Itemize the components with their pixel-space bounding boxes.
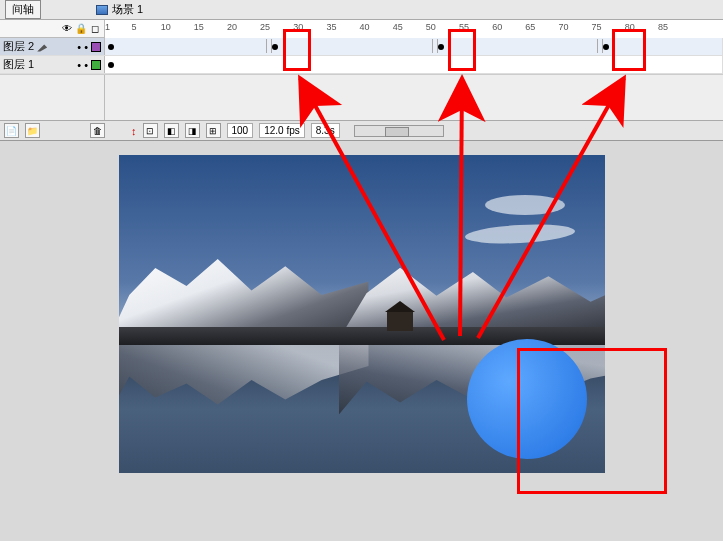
center-frame-button[interactable]: ⊡ [143,123,158,138]
timeline-empty-area [0,74,723,120]
timeline-panel: 👁 🔒 ◻ 1510152025303540455055606570758085… [0,20,723,141]
keyframe-dot[interactable] [108,62,114,68]
outline-icon[interactable]: ◻ [89,23,101,35]
ruler-tick: 85 [658,22,668,32]
ruler-tick: 35 [326,22,336,32]
scene-breadcrumb[interactable]: 场景 1 [96,2,143,17]
dot-icon: • [77,41,81,53]
new-folder-button[interactable]: 📁 [25,123,40,138]
layer-label-area[interactable]: 图层 1 • • [0,56,105,73]
stage-image [485,195,565,215]
ruler-tick: 1 [105,22,110,32]
layer-header-controls: 👁 🔒 ◻ [0,20,105,37]
ruler-tick: 15 [194,22,204,32]
ruler-tick: 80 [625,22,635,32]
playhead-icon[interactable]: ↕ [131,125,137,137]
timeline-tab[interactable]: 间轴 [5,0,41,19]
edit-multiple-button[interactable]: ⊞ [206,123,221,138]
current-frame-field[interactable]: 100 [227,123,254,138]
dot-icon: • [77,59,81,71]
lock-icon[interactable]: 🔒 [75,23,87,35]
layer-color-swatch[interactable] [91,42,101,52]
onion-outline-button[interactable]: ◨ [185,123,200,138]
ruler-tick: 30 [293,22,303,32]
ruler-tick: 45 [393,22,403,32]
stage-image [387,311,413,331]
onion-skin-button[interactable]: ◧ [164,123,179,138]
top-bar: 间轴 场景 1 [0,0,723,20]
scene-icon [96,5,108,15]
timeline-scrollbar[interactable] [354,125,444,137]
keyframe-dot[interactable] [603,44,609,50]
layer-row-1[interactable]: 图层 1 • • [0,56,723,74]
ruler-tick: 5 [132,22,137,32]
scene-label: 场景 1 [112,2,143,17]
layer-color-swatch[interactable] [91,60,101,70]
fps-field[interactable]: 12.0 fps [259,123,305,138]
canvas[interactable] [119,155,605,473]
spotlight-circle[interactable] [467,339,587,459]
ruler-tick: 25 [260,22,270,32]
timeline-toolbar: 📄 📁 🗑 ↕ ⊡ ◧ ◨ ⊞ 100 12.0 fps 8.3s [0,120,723,140]
dot-icon: • [84,59,88,71]
frame-ruler[interactable]: 1510152025303540455055606570758085 [105,20,723,38]
timeline-header: 👁 🔒 ◻ 1510152025303540455055606570758085 [0,20,723,38]
ruler-tick: 65 [525,22,535,32]
ruler-tick: 50 [426,22,436,32]
keyframe-dot[interactable] [438,44,444,50]
ruler-tick: 70 [558,22,568,32]
layer-frames-2[interactable] [105,38,723,55]
new-layer-button[interactable]: 📄 [4,123,19,138]
pencil-icon [37,42,47,52]
eye-icon[interactable]: 👁 [61,23,73,35]
layer-frames-1[interactable] [105,56,723,73]
ruler-tick: 55 [459,22,469,32]
delete-layer-button[interactable]: 🗑 [90,123,105,138]
keyframe-dot[interactable] [108,44,114,50]
layer-name: 图层 1 [3,57,34,72]
ruler-tick: 40 [360,22,370,32]
ruler-tick: 10 [161,22,171,32]
dot-icon: • [84,41,88,53]
elapsed-time-field: 8.3s [311,123,340,138]
layer-row-2[interactable]: 图层 2 • • [0,38,723,56]
ruler-tick: 20 [227,22,237,32]
keyframe-dot[interactable] [272,44,278,50]
layer-label-area[interactable]: 图层 2 • • [0,38,105,55]
layer-name: 图层 2 [3,39,34,54]
ruler-tick: 75 [592,22,602,32]
ruler-tick: 60 [492,22,502,32]
stage-area[interactable] [0,141,723,522]
